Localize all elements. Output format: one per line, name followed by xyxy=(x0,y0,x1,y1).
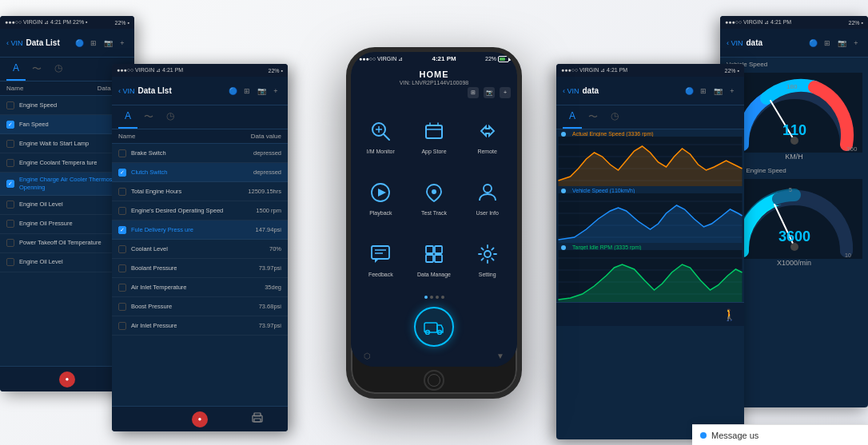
app-app-store[interactable]: App Store xyxy=(409,106,460,165)
truck-button[interactable] xyxy=(414,307,454,347)
panel-right1-header: ‹ VIN data 🔵 ⊞ 📷 + xyxy=(556,77,744,105)
svg-rect-1 xyxy=(254,413,261,416)
tab-left2-clock[interactable]: ◷ xyxy=(160,105,181,129)
table-row[interactable]: Boost Pressure 73.68psi xyxy=(112,297,288,316)
battery-text: 22% xyxy=(485,56,496,62)
phone-icon-camera[interactable]: 📷 xyxy=(484,87,495,98)
back-btn-r2[interactable]: ‹ VIN xyxy=(727,39,743,47)
row-checkbox[interactable] xyxy=(118,264,126,272)
table-row[interactable]: Coolant Level 70% xyxy=(112,240,288,259)
chart-2-label: Vehicle Speed (110km/h) xyxy=(556,186,744,193)
tab-r1-a[interactable]: A xyxy=(563,105,582,129)
test-track-label: Test Track xyxy=(421,210,447,216)
row-checkbox[interactable] xyxy=(118,207,126,215)
chart-1-label: Actual Engine Speed (3336 rpm) xyxy=(556,129,744,137)
table-row[interactable]: ✓ Clutch Switch depressed xyxy=(112,163,288,182)
message-dot xyxy=(700,432,707,439)
row-checkbox[interactable] xyxy=(6,220,14,228)
row-checkbox[interactable] xyxy=(118,245,126,253)
panel-left2-col-headers: Name Data value xyxy=(112,129,288,144)
message-bar[interactable]: Message us xyxy=(692,424,868,445)
row-checkbox[interactable] xyxy=(118,303,126,311)
row-checkbox[interactable]: ✓ xyxy=(118,169,126,177)
row-checkbox[interactable] xyxy=(6,258,14,266)
svg-text:10: 10 xyxy=(845,252,851,258)
print-icon[interactable] xyxy=(251,411,264,427)
panel-left2-title: Data LIst xyxy=(138,86,172,95)
table-row[interactable]: Brake Switch depressed xyxy=(112,144,288,163)
row-checkbox[interactable] xyxy=(118,149,126,157)
back-btn-r1[interactable]: ‹ VIN xyxy=(563,87,579,95)
table-row[interactable]: Boolant Pressure 73.97psi xyxy=(112,259,288,278)
test-track-icon xyxy=(420,178,448,207)
app-playback[interactable]: Playback xyxy=(356,168,406,226)
row-checkbox[interactable] xyxy=(6,140,14,148)
tab-clock-icon: ◷ xyxy=(54,62,62,74)
row-checkbox[interactable]: ✓ xyxy=(118,226,126,234)
tab-left1-a[interactable]: A xyxy=(6,58,26,81)
row-checkbox[interactable] xyxy=(6,239,14,247)
app-store-label: App Store xyxy=(421,149,446,154)
panel-left2-bottom: ● xyxy=(112,406,288,431)
grid-icon: ⊞ xyxy=(88,38,99,49)
user-info-icon xyxy=(473,178,502,207)
walk-icon: 🚶 xyxy=(723,308,736,321)
tab-r1-clock[interactable]: ◷ xyxy=(604,105,625,129)
phone-bottom: ⬡ ▼ xyxy=(351,302,517,367)
plus-icon-r2[interactable]: + xyxy=(850,38,862,49)
tab-left1-wave[interactable]: 〜 xyxy=(26,58,48,81)
app-test-track[interactable]: Test Track xyxy=(409,168,460,226)
panel-left2-tabs: A 〜 ◷ xyxy=(112,105,288,129)
phone-icon-plus[interactable]: + xyxy=(500,87,511,98)
row-checkbox[interactable]: ✓ xyxy=(6,121,14,129)
back-btn-left1[interactable]: ‹ VIN xyxy=(6,39,23,47)
record-button-left2[interactable]: ● xyxy=(192,411,208,427)
camera-icon: 📷 xyxy=(102,38,113,49)
plus-icon-r1[interactable]: + xyxy=(727,85,738,97)
tab-left1-clock[interactable]: ◷ xyxy=(48,58,69,81)
plus-icon[interactable]: + xyxy=(117,38,128,49)
tachometer-svg: 0 5 10 3600 xyxy=(727,179,862,259)
setting-label: Setting xyxy=(479,272,496,277)
table-row[interactable]: ✓ Fule Delivery Press ure 147.94psi xyxy=(112,221,288,240)
tab-left2-wave[interactable]: 〜 xyxy=(137,105,160,129)
row-checkbox[interactable]: ✓ xyxy=(6,180,14,188)
panel-right2-icons: 🔵 ⊞ 📷 + xyxy=(807,38,862,49)
dot-3 xyxy=(436,296,439,299)
bluetooth-bottom-icon: ⬡ xyxy=(364,352,371,360)
back-btn-left2[interactable]: ‹ VIN xyxy=(118,87,135,95)
plus-icon-l2[interactable]: + xyxy=(270,85,281,97)
app-store-icon xyxy=(420,117,448,145)
row-checkbox[interactable] xyxy=(118,188,126,196)
table-row[interactable]: Air Inlet Temperature 35deg xyxy=(112,278,288,297)
phone-icon-grid[interactable]: ⊞ xyxy=(468,87,479,98)
app-setting[interactable]: Setting xyxy=(462,229,512,288)
app-user-info[interactable]: User Info xyxy=(462,168,512,226)
phone-bottom-icons: ⬡ ▼ xyxy=(351,350,517,362)
app-feedback[interactable]: Feedback xyxy=(356,229,406,288)
row-checkbox[interactable] xyxy=(6,101,14,109)
row-checkbox[interactable] xyxy=(6,201,14,209)
app-remote[interactable]: Remote xyxy=(462,106,512,165)
app-data-manage[interactable]: Data Manage xyxy=(409,229,460,288)
panel-right2-status: ●●●○○ VIRGIN ⊿ 4:21 PM 22% ▪ xyxy=(720,16,868,29)
record-button-left1[interactable]: ● xyxy=(59,371,75,387)
table-row[interactable]: Air Inlet Pressure 73.97psi xyxy=(112,316,288,336)
bluetooth-icon-r1: 🔵 xyxy=(683,85,695,97)
row-checkbox[interactable] xyxy=(118,284,126,292)
panel-left2-status: ●●●○○ VIRGIN ⊿ 4:21 PM 22% ▪ xyxy=(112,64,288,77)
app-im-monitor[interactable]: I/M Monitor xyxy=(356,106,406,165)
im-monitor-icon xyxy=(366,117,395,145)
row-checkbox[interactable] xyxy=(118,322,126,330)
bluetooth-icon: 🔵 xyxy=(74,38,85,49)
phone-home-button[interactable] xyxy=(424,370,444,391)
tab-left2-a[interactable]: A xyxy=(118,105,137,129)
table-row[interactable]: Engine's Desired Operating Speed 1500 rp… xyxy=(112,201,288,221)
svg-rect-17 xyxy=(426,246,433,253)
row-checkbox[interactable] xyxy=(6,159,14,167)
svg-text:3600: 3600 xyxy=(778,228,810,244)
svg-rect-18 xyxy=(435,246,442,253)
tab-clock-icon-r1: ◷ xyxy=(611,110,619,121)
table-row[interactable]: Total Engine Hours 12509.15hrs xyxy=(112,182,288,201)
tab-r1-wave[interactable]: 〜 xyxy=(582,105,604,129)
